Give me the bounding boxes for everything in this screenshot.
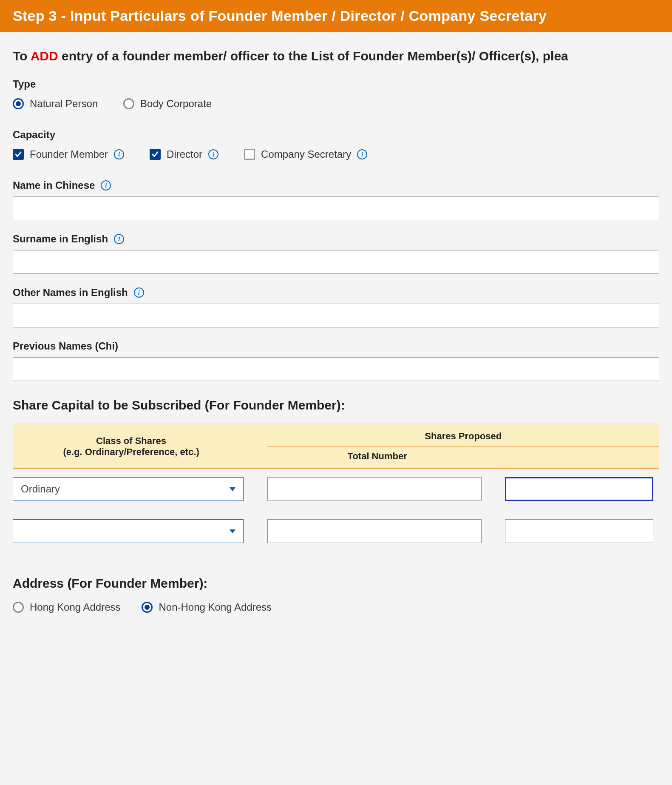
radio-label: Hong Kong Address xyxy=(30,601,120,613)
address-radio-group: Hong Kong Address Non-Hong Kong Address xyxy=(13,601,659,613)
info-icon[interactable]: i xyxy=(134,287,144,298)
col-header-class: Class of Shares (e.g. Ordinary/Preferenc… xyxy=(13,423,250,469)
input-total-number[interactable] xyxy=(267,477,482,501)
checkbox-icon xyxy=(150,149,161,160)
type-label: Type xyxy=(13,78,659,90)
address-heading: Address (For Founder Member): xyxy=(13,576,659,591)
share-capital-heading: Share Capital to be Subscribed (For Foun… xyxy=(13,398,659,412)
col-header-proposed: Shares Proposed xyxy=(267,423,659,447)
checkbox-director[interactable]: Director i xyxy=(150,148,218,160)
field-label-text: Previous Names (Chi) xyxy=(13,340,118,352)
checkbox-founder-member[interactable]: Founder Member i xyxy=(13,148,124,160)
info-icon[interactable]: i xyxy=(208,149,218,159)
input-amount[interactable] xyxy=(505,519,653,543)
radio-body-corporate[interactable]: Body Corporate xyxy=(123,98,212,110)
select-class-of-shares[interactable]: Ordinary xyxy=(13,477,244,501)
input-previous-names-chi[interactable] xyxy=(13,357,659,381)
capacity-check-group: Founder Member i Director i Company Secr… xyxy=(13,148,659,160)
info-icon[interactable]: i xyxy=(114,149,124,159)
select-class-of-shares[interactable] xyxy=(13,519,244,543)
radio-circle-icon xyxy=(123,98,134,109)
chevron-down-icon xyxy=(230,487,235,491)
checkbox-icon xyxy=(244,149,255,160)
step-header: Step 3 - Input Particulars of Founder Me… xyxy=(0,0,672,32)
radio-natural-person[interactable]: Natural Person xyxy=(13,98,98,110)
input-surname-english[interactable] xyxy=(13,250,659,274)
instruction-text: To ADD entry of a founder member/ office… xyxy=(13,49,659,63)
radio-non-hk-address[interactable]: Non-Hong Kong Address xyxy=(142,601,272,613)
radio-hk-address[interactable]: Hong Kong Address xyxy=(13,601,120,613)
instruction-highlight: ADD xyxy=(31,49,58,63)
step-title: Step 3 - Input Particulars of Founder Me… xyxy=(13,8,547,24)
share-row: Ordinary xyxy=(13,469,659,509)
input-total-number[interactable] xyxy=(267,519,482,543)
chevron-down-icon xyxy=(230,529,235,533)
info-icon[interactable]: i xyxy=(101,180,111,191)
info-icon[interactable]: i xyxy=(114,234,124,244)
checkbox-label: Company Secretary xyxy=(261,148,351,160)
share-row xyxy=(13,509,659,551)
radio-label: Body Corporate xyxy=(140,98,212,110)
radio-circle-icon xyxy=(13,98,24,109)
type-radio-group: Natural Person Body Corporate xyxy=(13,98,659,110)
form-content: To ADD entry of a founder member/ office… xyxy=(0,32,672,634)
radio-circle-icon xyxy=(142,602,153,613)
checkbox-label: Founder Member xyxy=(30,148,108,160)
checkbox-company-secretary[interactable]: Company Secretary i xyxy=(244,148,367,160)
capacity-label: Capacity xyxy=(13,129,659,141)
info-icon[interactable]: i xyxy=(357,149,367,159)
checkbox-label: Director xyxy=(167,148,202,160)
radio-label: Non-Hong Kong Address xyxy=(159,601,272,613)
field-label-text: Other Names in English xyxy=(13,287,128,299)
select-value: Ordinary xyxy=(21,483,60,495)
radio-circle-icon xyxy=(13,602,24,613)
field-other-names-english: Other Names in English i xyxy=(13,287,659,327)
input-amount[interactable] xyxy=(505,477,653,501)
share-capital-table: Class of Shares (e.g. Ordinary/Preferenc… xyxy=(13,423,659,551)
share-capital-table-container: Class of Shares (e.g. Ordinary/Preferenc… xyxy=(13,423,659,559)
col-header-total-number: Total Number xyxy=(267,447,488,469)
field-label-text: Name in Chinese xyxy=(13,179,95,191)
input-other-names-english[interactable] xyxy=(13,304,659,327)
field-surname-english: Surname in English i xyxy=(13,233,659,274)
field-label-text: Surname in English xyxy=(13,233,108,245)
field-name-chinese: Name in Chinese i xyxy=(13,179,659,220)
radio-label: Natural Person xyxy=(30,98,98,110)
checkbox-icon xyxy=(13,149,24,160)
input-name-chinese[interactable] xyxy=(13,196,659,220)
field-previous-names-chi: Previous Names (Chi) xyxy=(13,340,659,381)
